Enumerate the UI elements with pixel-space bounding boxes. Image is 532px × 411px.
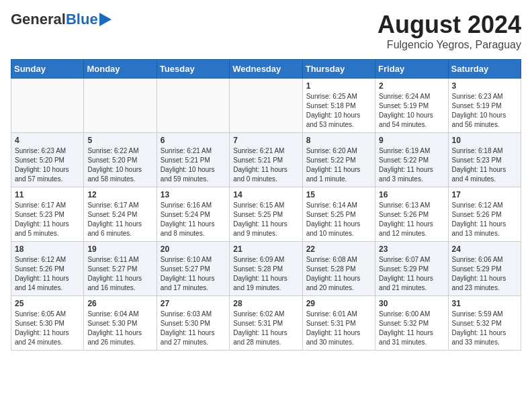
- day-number: 23: [379, 244, 444, 254]
- day-info: Sunrise: 6:25 AM Sunset: 5:18 PM Dayligh…: [306, 92, 371, 130]
- calendar-cell: 16Sunrise: 6:13 AM Sunset: 5:26 PM Dayli…: [375, 187, 448, 242]
- calendar-cell: 17Sunrise: 6:12 AM Sunset: 5:26 PM Dayli…: [448, 187, 521, 242]
- logo-general: General: [11, 11, 66, 28]
- day-info: Sunrise: 6:17 AM Sunset: 5:24 PM Dayligh…: [87, 201, 152, 238]
- day-info: Sunrise: 6:21 AM Sunset: 5:21 PM Dayligh…: [161, 146, 226, 184]
- day-number: 26: [87, 299, 152, 308]
- calendar-cell: [230, 79, 302, 133]
- calendar-cell: [157, 79, 229, 133]
- calendar-cell: 19Sunrise: 6:11 AM Sunset: 5:27 PM Dayli…: [84, 242, 157, 296]
- day-number: 17: [452, 190, 517, 199]
- calendar-cell: 3Sunrise: 6:23 AM Sunset: 5:19 PM Daylig…: [448, 79, 521, 133]
- calendar-week-3: 11Sunrise: 6:17 AM Sunset: 5:23 PM Dayli…: [11, 187, 521, 242]
- weekday-header-tuesday: Tuesday: [157, 60, 229, 79]
- logo-text: GeneralBlue: [11, 11, 112, 28]
- day-info: Sunrise: 6:13 AM Sunset: 5:26 PM Dayligh…: [379, 201, 444, 238]
- day-info: Sunrise: 6:23 AM Sunset: 5:19 PM Dayligh…: [452, 92, 517, 130]
- calendar-cell: 31Sunrise: 5:59 AM Sunset: 5:32 PM Dayli…: [448, 296, 521, 351]
- calendar-cell: 8Sunrise: 6:20 AM Sunset: 5:22 PM Daylig…: [302, 133, 375, 187]
- calendar-cell: 1Sunrise: 6:25 AM Sunset: 5:18 PM Daylig…: [302, 79, 375, 133]
- day-number: 12: [87, 190, 152, 199]
- calendar-cell: 5Sunrise: 6:22 AM Sunset: 5:20 PM Daylig…: [84, 133, 157, 187]
- calendar-cell: 18Sunrise: 6:12 AM Sunset: 5:26 PM Dayli…: [11, 242, 84, 296]
- day-number: 22: [306, 244, 371, 254]
- calendar-cell: [84, 79, 157, 133]
- calendar-week-2: 4Sunrise: 6:23 AM Sunset: 5:20 PM Daylig…: [11, 133, 521, 187]
- calendar-cell: 28Sunrise: 6:02 AM Sunset: 5:31 PM Dayli…: [230, 296, 302, 351]
- calendar-cell: 30Sunrise: 6:00 AM Sunset: 5:32 PM Dayli…: [375, 296, 448, 351]
- day-info: Sunrise: 6:10 AM Sunset: 5:27 PM Dayligh…: [161, 255, 226, 293]
- day-number: 28: [233, 299, 298, 308]
- calendar-table: SundayMondayTuesdayWednesdayThursdayFrid…: [11, 59, 521, 351]
- day-number: 4: [15, 136, 80, 145]
- calendar-cell: 12Sunrise: 6:17 AM Sunset: 5:24 PM Dayli…: [84, 187, 157, 242]
- calendar-cell: 22Sunrise: 6:08 AM Sunset: 5:28 PM Dayli…: [302, 242, 375, 296]
- day-number: 11: [15, 190, 80, 199]
- day-number: 24: [452, 244, 517, 254]
- logo-arrow-icon: [99, 13, 112, 26]
- day-number: 10: [452, 136, 517, 145]
- page-title: August 2024: [378, 11, 521, 39]
- calendar-cell: 20Sunrise: 6:10 AM Sunset: 5:27 PM Dayli…: [157, 242, 229, 296]
- calendar-cell: 7Sunrise: 6:21 AM Sunset: 5:21 PM Daylig…: [230, 133, 302, 187]
- day-info: Sunrise: 6:00 AM Sunset: 5:32 PM Dayligh…: [379, 310, 444, 347]
- day-info: Sunrise: 6:11 AM Sunset: 5:27 PM Dayligh…: [87, 255, 152, 293]
- calendar-cell: 6Sunrise: 6:21 AM Sunset: 5:21 PM Daylig…: [157, 133, 229, 187]
- logo: GeneralBlue: [11, 11, 112, 28]
- calendar-cell: 2Sunrise: 6:24 AM Sunset: 5:19 PM Daylig…: [375, 79, 448, 133]
- day-number: 8: [306, 136, 371, 145]
- day-info: Sunrise: 6:12 AM Sunset: 5:26 PM Dayligh…: [15, 255, 80, 293]
- calendar-cell: 15Sunrise: 6:14 AM Sunset: 5:25 PM Dayli…: [302, 187, 375, 242]
- day-info: Sunrise: 5:59 AM Sunset: 5:32 PM Dayligh…: [452, 310, 517, 347]
- day-number: 9: [379, 136, 444, 145]
- day-number: 18: [15, 244, 80, 254]
- day-info: Sunrise: 6:23 AM Sunset: 5:20 PM Dayligh…: [15, 146, 80, 184]
- day-info: Sunrise: 6:07 AM Sunset: 5:29 PM Dayligh…: [379, 255, 444, 293]
- calendar-cell: 10Sunrise: 6:18 AM Sunset: 5:23 PM Dayli…: [448, 133, 521, 187]
- weekday-header-sunday: Sunday: [11, 60, 84, 79]
- day-number: 7: [233, 136, 298, 145]
- day-number: 3: [452, 81, 517, 91]
- weekday-header-monday: Monday: [84, 60, 157, 79]
- calendar-cell: 4Sunrise: 6:23 AM Sunset: 5:20 PM Daylig…: [11, 133, 84, 187]
- day-number: 25: [15, 299, 80, 308]
- day-number: 5: [87, 136, 152, 145]
- calendar-cell: 29Sunrise: 6:01 AM Sunset: 5:31 PM Dayli…: [302, 296, 375, 351]
- page-subtitle: Fulgencio Yegros, Paraguay: [378, 39, 521, 51]
- day-number: 19: [87, 244, 152, 254]
- logo-blue: Blue: [66, 11, 98, 28]
- calendar-cell: 26Sunrise: 6:04 AM Sunset: 5:30 PM Dayli…: [84, 296, 157, 351]
- calendar-cell: 27Sunrise: 6:03 AM Sunset: 5:30 PM Dayli…: [157, 296, 229, 351]
- day-number: 13: [161, 190, 226, 199]
- day-number: 30: [379, 299, 444, 308]
- weekday-header-wednesday: Wednesday: [230, 60, 302, 79]
- calendar-cell: 21Sunrise: 6:09 AM Sunset: 5:28 PM Dayli…: [230, 242, 302, 296]
- day-info: Sunrise: 6:14 AM Sunset: 5:25 PM Dayligh…: [306, 201, 371, 238]
- day-info: Sunrise: 6:17 AM Sunset: 5:23 PM Dayligh…: [15, 201, 80, 238]
- day-info: Sunrise: 6:21 AM Sunset: 5:21 PM Dayligh…: [233, 146, 298, 184]
- calendar-cell: 23Sunrise: 6:07 AM Sunset: 5:29 PM Dayli…: [375, 242, 448, 296]
- day-info: Sunrise: 6:04 AM Sunset: 5:30 PM Dayligh…: [87, 310, 152, 347]
- weekday-header-thursday: Thursday: [302, 60, 375, 79]
- weekday-header-row: SundayMondayTuesdayWednesdayThursdayFrid…: [11, 60, 521, 79]
- day-number: 6: [161, 136, 226, 145]
- day-number: 2: [379, 81, 444, 91]
- day-info: Sunrise: 6:03 AM Sunset: 5:30 PM Dayligh…: [161, 310, 226, 347]
- day-info: Sunrise: 6:16 AM Sunset: 5:24 PM Dayligh…: [161, 201, 226, 238]
- calendar-cell: 14Sunrise: 6:15 AM Sunset: 5:25 PM Dayli…: [230, 187, 302, 242]
- day-number: 29: [306, 299, 371, 308]
- calendar-cell: 11Sunrise: 6:17 AM Sunset: 5:23 PM Dayli…: [11, 187, 84, 242]
- day-info: Sunrise: 6:19 AM Sunset: 5:22 PM Dayligh…: [379, 146, 444, 184]
- weekday-header-friday: Friday: [375, 60, 448, 79]
- calendar-cell: [11, 79, 84, 133]
- day-info: Sunrise: 6:08 AM Sunset: 5:28 PM Dayligh…: [306, 255, 371, 293]
- calendar-cell: 24Sunrise: 6:06 AM Sunset: 5:29 PM Dayli…: [448, 242, 521, 296]
- day-info: Sunrise: 6:09 AM Sunset: 5:28 PM Dayligh…: [233, 255, 298, 293]
- day-info: Sunrise: 6:05 AM Sunset: 5:30 PM Dayligh…: [15, 310, 80, 347]
- day-info: Sunrise: 6:12 AM Sunset: 5:26 PM Dayligh…: [452, 201, 517, 238]
- day-info: Sunrise: 6:15 AM Sunset: 5:25 PM Dayligh…: [233, 201, 298, 238]
- day-number: 15: [306, 190, 371, 199]
- day-info: Sunrise: 6:24 AM Sunset: 5:19 PM Dayligh…: [379, 92, 444, 130]
- calendar-cell: 25Sunrise: 6:05 AM Sunset: 5:30 PM Dayli…: [11, 296, 84, 351]
- day-number: 31: [452, 299, 517, 308]
